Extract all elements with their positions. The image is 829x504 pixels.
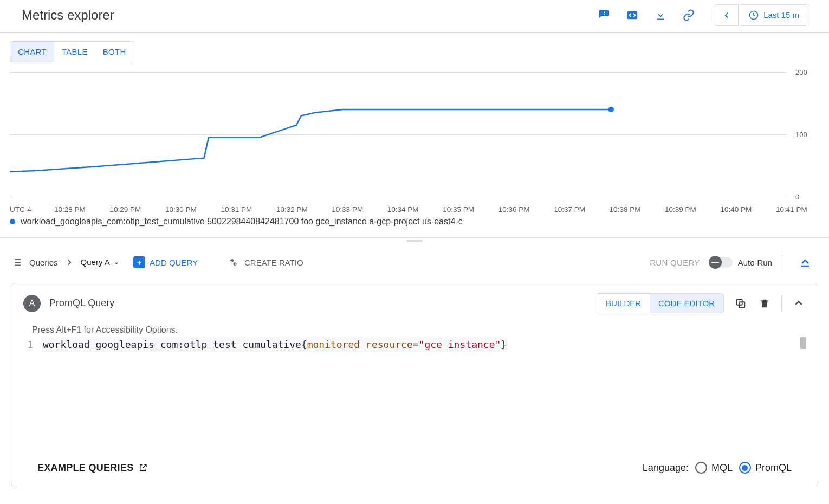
view-mode-tabs: CHART TABLE BOTH (10, 41, 134, 62)
y-tick: 100 (795, 131, 807, 139)
chart-x-axis: UTC-4 10:28 PM 10:29 PM 10:30 PM 10:31 P… (0, 202, 829, 216)
code-icon[interactable] (619, 4, 645, 26)
chevron-right-icon (64, 257, 74, 267)
x-tick: 10:35 PM (431, 205, 486, 214)
list-icon (11, 256, 23, 268)
query-toolbar: Queries Query A + ADD QUERY CREATE RATIO… (0, 244, 829, 281)
query-selector[interactable]: Query A (81, 257, 121, 267)
query-panel-title: PromQL Query (49, 298, 114, 309)
y-tick: 200 (795, 68, 807, 76)
chart-y-axis: 200 100 0 (787, 67, 819, 202)
a11y-hint: Press Alt+F1 for Accessibility Options. (23, 325, 806, 335)
queries-label: Queries (29, 258, 58, 267)
plus-icon: + (133, 256, 145, 268)
download-icon[interactable] (647, 4, 673, 26)
x-tick: 10:31 PM (209, 205, 264, 214)
link-icon[interactable] (676, 4, 702, 26)
x-tick: 10:30 PM (153, 205, 209, 214)
code-editor[interactable]: Press Alt+F1 for Accessibility Options. … (11, 323, 818, 449)
query-panel: A PromQL Query BUILDER CODE EDITOR Press… (11, 283, 818, 487)
feedback-icon[interactable] (591, 4, 617, 26)
scrollbar-marker (800, 337, 806, 349)
code-editor-mode-button[interactable]: CODE EDITOR (650, 294, 723, 313)
collapse-icon[interactable] (792, 296, 806, 311)
radio-icon (695, 462, 707, 474)
builder-mode-button[interactable]: BUILDER (597, 294, 650, 313)
time-range-label: Last 15 m (763, 10, 799, 20)
language-label: Language: (643, 462, 689, 474)
language-picker: Language: MQL PromQL (643, 462, 792, 474)
chart-legend[interactable]: workload_googleapis_com:otlp_test_cumula… (0, 216, 829, 237)
language-option-mql[interactable]: MQL (695, 462, 733, 474)
create-ratio-button[interactable]: CREATE RATIO (228, 257, 303, 268)
x-tick: 10:28 PM (42, 205, 98, 214)
x-tick: 10:36 PM (486, 205, 541, 214)
page-title: Metrics explorer (22, 8, 114, 23)
chart-section: CHART TABLE BOTH 200 100 0 (0, 33, 829, 202)
timezone-label: UTC-4 (10, 205, 31, 214)
header-actions: Last 15 m (591, 4, 807, 26)
divider (782, 255, 782, 270)
add-query-button[interactable]: + ADD QUERY (128, 253, 203, 272)
language-option-promql[interactable]: PromQL (739, 462, 792, 474)
x-tick: 10:34 PM (375, 205, 430, 214)
radio-icon (739, 462, 751, 474)
x-tick: 10:38 PM (597, 205, 652, 214)
panel-resize-handle[interactable] (0, 237, 829, 244)
tab-both[interactable]: BOTH (95, 42, 134, 62)
y-tick: 0 (795, 193, 799, 201)
delete-icon[interactable] (757, 296, 772, 311)
chart: 200 100 0 (10, 67, 819, 202)
time-range-selector[interactable]: Last 15 m (741, 4, 807, 26)
query-panel-footer: EXAMPLE QUERIES Language: MQL PromQL (11, 449, 818, 487)
query-panel-header: A PromQL Query BUILDER CODE EDITOR (11, 283, 818, 323)
run-query-button[interactable]: RUN QUERY (650, 258, 700, 267)
line-number: 1 (23, 337, 42, 352)
x-tick: 10:39 PM (653, 205, 708, 214)
legend-label: workload_googleapis_com:otlp_test_cumula… (21, 217, 463, 227)
query-avatar: A (23, 295, 41, 312)
svg-point-2 (608, 107, 614, 112)
editor-mode-switch: BUILDER CODE EDITOR (597, 293, 724, 313)
code-line[interactable]: workload_googleapis_com:otlp_test_cumula… (42, 337, 806, 352)
time-range-prev-button[interactable] (715, 4, 739, 26)
x-tick: 10:41 PM (764, 205, 819, 214)
x-tick: 10:29 PM (98, 205, 153, 214)
divider (781, 295, 782, 312)
example-queries-link[interactable]: EXAMPLE QUERIES (37, 462, 148, 474)
expand-panel-icon[interactable] (792, 251, 818, 273)
x-tick: 10:33 PM (320, 205, 375, 214)
auto-run-toggle[interactable]: — Auto-Run (710, 257, 772, 268)
legend-color-swatch (10, 219, 15, 224)
chart-plot-area[interactable] (10, 67, 787, 202)
tab-table[interactable]: TABLE (54, 42, 95, 62)
x-tick: 10:37 PM (542, 205, 597, 214)
x-tick: 10:40 PM (708, 205, 763, 214)
x-tick: 10:32 PM (264, 205, 320, 214)
page-header: Metrics explorer Last 15 m (0, 0, 829, 33)
copy-icon[interactable] (734, 296, 748, 311)
tab-chart[interactable]: CHART (10, 42, 54, 62)
